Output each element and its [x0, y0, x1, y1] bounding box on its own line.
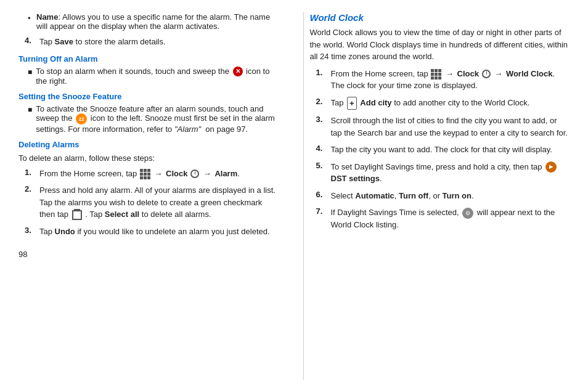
snooze-bullet: ■ To activate the Snooze feature after a… [28, 104, 279, 134]
wc-step-5: 5. To set Daylight Savings time, press a… [316, 161, 570, 185]
wc-step-1-num: 1. [316, 68, 327, 92]
delete-step-1-num: 1. [25, 168, 36, 180]
wc-step-4-num: 4. [316, 144, 327, 156]
step-4-content: Tap Save to store the alarm details. [39, 36, 166, 48]
delete-step-2-num: 2. [25, 184, 36, 221]
arrow-icon2: → [203, 168, 211, 180]
left-column: • Name: Allows you to use a specific nam… [18, 12, 285, 380]
wc-step-2: 2. Tap + Add city to add another city to… [316, 97, 570, 110]
gear-dst-icon: ⚙ [462, 208, 473, 219]
wc-step-7-content: If Daylight Savings Time is selected, ⚙ … [331, 206, 570, 231]
delete-step-3: 3. Tap Undo if you would like to undelet… [25, 226, 279, 238]
wc-step-7: 7. If Daylight Savings Time is selected,… [316, 206, 570, 231]
trash-icon [72, 210, 82, 220]
zz-icon: zz [76, 113, 87, 125]
plus-city-icon: + [347, 97, 357, 110]
step-4-num: 4. [25, 36, 36, 48]
dst-tap-icon: ▶ [545, 161, 557, 173]
grid-icon [140, 169, 150, 179]
world-clock-heading: World Clock [310, 12, 570, 23]
step-4: 4. Tap Save to store the alarm details. [25, 36, 279, 48]
bullet-icon: • [28, 14, 33, 23]
wc-step-4: 4. Tap the city you want to add. The clo… [316, 144, 570, 156]
wc-step-2-num: 2. [316, 97, 327, 110]
clock-icon1 [190, 169, 199, 178]
wc-step-6: 6. Select Automatic, Turn off, or Turn o… [316, 190, 570, 202]
wc-step-4-content: Tap the city you want to add. The clock … [331, 144, 552, 156]
wc-step-5-content: To set Daylight Savings time, press and … [331, 161, 570, 185]
wc-step-5-num: 5. [316, 161, 327, 185]
wc-step-1: 1. From the Home screen, tap → Clock → W… [316, 68, 570, 92]
delete-step-2-content: Press and hold any alarm. All of your al… [39, 184, 279, 221]
wc-step-6-num: 6. [316, 190, 327, 202]
name-label: Name [36, 12, 58, 22]
wc-arrow2: → [494, 68, 502, 80]
turning-off-text: To stop an alarm when it sounds, touch a… [36, 67, 278, 86]
delete-step-3-content: Tap Undo if you would like to undelete a… [39, 226, 270, 238]
arrow-icon1: → [154, 168, 162, 180]
wc-step-7-num: 7. [316, 206, 327, 231]
wc-step-2-content: Tap + Add city to add another city to th… [331, 97, 530, 110]
wc-step-3-num: 3. [316, 115, 327, 139]
wc-step-3-content: Scroll through the list of cities to fin… [331, 115, 570, 139]
wc-arrow1: → [446, 68, 454, 80]
delete-step-2: 2. Press and hold any alarm. All of your… [25, 184, 279, 221]
section-snooze-heading: Setting the Snooze Feature [18, 92, 279, 101]
snooze-text: To activate the Snooze feature after an … [36, 104, 278, 134]
clock-icon-wc [482, 70, 491, 78]
sq-bullet2: ■ [28, 105, 32, 114]
name-bullet: • Name: Allows you to use a specific nam… [28, 12, 279, 31]
deleting-intro: To delete an alarm, follow these steps: [18, 152, 279, 165]
wc-step-1-content: From the Home screen, tap → Clock → Worl… [331, 68, 570, 92]
wc-step-3: 3. Scroll through the list of cities to … [316, 115, 570, 139]
delete-step-3-num: 3. [25, 226, 36, 238]
section-turning-off-heading: Turning Off an Alarm [18, 54, 279, 63]
grid-icon-wc [431, 69, 441, 80]
plus-sign: + [349, 97, 354, 110]
page: • Name: Allows you to use a specific nam… [0, 0, 588, 392]
name-bullet-text: Name: Allows you to use a specific name … [36, 12, 279, 31]
world-clock-intro: World Clock allows you to view the time … [310, 27, 570, 63]
right-column: World Clock World Clock allows you to vi… [303, 12, 570, 380]
sq-bullet: ■ [28, 68, 32, 76]
delete-step-1-content: From the Home screen, tap → Clock → Alar… [39, 168, 240, 180]
wc-step-6-content: Select Automatic, Turn off, or Turn on. [331, 190, 474, 202]
turning-off-bullet: ■ To stop an alarm when it sounds, touch… [28, 67, 279, 86]
name-detail: : Allows you to use a specific name for … [36, 12, 270, 31]
section-deleting-heading: Deleting Alarms [18, 140, 279, 149]
delete-step-1: 1. From the Home screen, tap → Clock → A… [25, 168, 279, 180]
page-number: 98 [18, 250, 279, 259]
x-icon: ✕ [233, 67, 243, 76]
